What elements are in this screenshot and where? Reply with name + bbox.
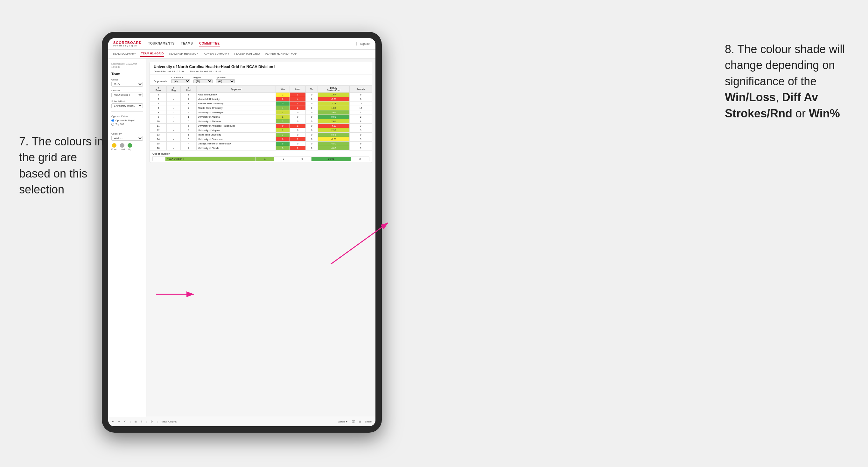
cell-diff: -1.00 (318, 137, 350, 142)
tab-player-h2h-heatmap[interactable]: PLAYER H2H HEATMAP (265, 51, 298, 57)
annotation-bold-winloss: Win/Loss (725, 91, 776, 104)
cell-rank: 9 (150, 115, 167, 119)
opponent-filter: Opponent (All) (216, 76, 235, 83)
toolbar-view: View: Original (161, 420, 177, 423)
h2h-panel: University of North Carolina Head-to-Hea… (150, 62, 372, 163)
table-row: 6 - 2 Florida State University 4 2 0 1.8… (150, 106, 372, 111)
annotation-right: 8. The colour shade will change dependin… (725, 41, 859, 122)
division-select[interactable]: NCAA Division I (111, 93, 143, 97)
cell-diff: 9.00 (318, 115, 350, 119)
cell-conf: 2 (181, 97, 197, 101)
cell-opponent: Florida State University (196, 106, 276, 111)
cell-rank: 2 (150, 93, 167, 97)
cell-rank: 3 (150, 97, 167, 101)
sidebar-divider-2 (111, 129, 143, 129)
cell-rounds: 9 (350, 146, 372, 151)
cell-diff: 4.62 (318, 146, 350, 151)
cell-rounds: 12 (350, 106, 372, 111)
toolbar-paste[interactable]: ⎘ (141, 420, 142, 423)
cell-diff: 2.33 (318, 128, 350, 133)
conference-filter: Conference (All) (171, 76, 190, 83)
region-filter-label: Region (193, 76, 213, 79)
overall-record: Overall Record: 89 - 17 - 0 (154, 70, 184, 73)
legend-down-label: Down (111, 148, 117, 151)
cell-diff: 1.83 (318, 106, 350, 111)
cell-tie: 0 (306, 124, 318, 128)
th-rank: #Rank (150, 86, 167, 93)
table-row: 15 - 4 Georgia Institute of Technology 5… (150, 142, 372, 146)
toolbar-watch[interactable]: Watch ▼ (338, 420, 348, 423)
table-row: 8 - 2 University of Washington 1 0 0 3.6… (150, 111, 372, 115)
opponent-filter-select[interactable]: (All) (216, 79, 235, 83)
region-filter-select[interactable]: (All) (193, 79, 213, 83)
cell-conf: 1 (181, 93, 197, 97)
nav-tournaments[interactable]: TOURNAMENTS (148, 41, 174, 46)
radio-opponents-played[interactable]: Opponents Played (111, 119, 143, 122)
table-row: 16 - 2 University of Florida 3 1 0 4.62 … (150, 146, 372, 151)
nav-teams[interactable]: TEAMS (181, 41, 193, 46)
ood-empty (153, 157, 165, 161)
opponent-filter-label: Opponent (216, 76, 235, 79)
colour-by-select[interactable]: Win/loss (111, 136, 143, 141)
cell-reg: - (167, 101, 181, 106)
ood-rounds: 3 (351, 157, 369, 161)
toolbar-view-label: View: Original (161, 420, 177, 423)
cell-loss: 1 (289, 146, 306, 151)
table-row: 9 - 1 University of Arizona 1 0 0 9.00 2 (150, 115, 372, 119)
bottom-toolbar: ↩ ↪ ↶ | ⊞ ⎘ | ⏱ | View: Original Watch ▼… (108, 417, 375, 426)
table-row: 3 - 2 Vanderbilt University 0 4 0 -2.29 … (150, 97, 372, 101)
h2h-header: University of North Carolina Head-to-Hea… (150, 62, 372, 74)
tab-team-h2h-grid[interactable]: TEAM H2H GRID (140, 51, 164, 57)
school-select[interactable]: 1. University of Nort... (111, 103, 143, 108)
tab-team-summary[interactable]: TEAM SUMMARY (112, 51, 136, 57)
tab-player-h2h-grid[interactable]: PLAYER H2H GRID (234, 51, 260, 57)
cell-tie: 0 (306, 97, 318, 101)
cell-rounds: 2 (350, 115, 372, 119)
cell-win: 4 (276, 106, 289, 111)
sign-out-button[interactable]: Sign out (356, 42, 370, 45)
out-of-division-table: NCAA Division II 1 0 0 26.00 3 (152, 157, 369, 161)
cell-tie: 0 (306, 133, 318, 137)
cell-conf: 2 (181, 106, 197, 111)
tab-team-h2h-heatmap[interactable]: TEAM H2H HEATMAP (168, 51, 198, 57)
cell-reg: - (167, 128, 181, 133)
cell-opponent: University of Florida (196, 146, 276, 151)
radio-top-100[interactable]: Top 100 (111, 123, 143, 126)
th-reg: #Reg (167, 86, 181, 93)
toolbar-share[interactable]: Share (365, 420, 372, 423)
cell-loss: 0 (289, 119, 306, 124)
toolbar-grid[interactable]: ⊞ (359, 420, 361, 423)
cell-reg: - (167, 137, 181, 142)
cell-loss: 0 (289, 111, 306, 115)
cell-diff: 3.67 (318, 111, 350, 115)
cell-win: 3 (276, 146, 289, 151)
toolbar-copy[interactable]: ⊞ (134, 420, 137, 423)
cell-rounds: 3 (350, 111, 372, 115)
ood-tie: 0 (293, 157, 311, 161)
cell-opponent: University of Oklahoma (196, 137, 276, 142)
th-rounds: Rounds (350, 86, 372, 93)
cell-reg: - (167, 146, 181, 151)
legend-up-dot (128, 143, 132, 148)
cell-rank: 4 (150, 101, 167, 106)
nav-committee[interactable]: COMMITTEE (199, 41, 220, 46)
toolbar-timer[interactable]: ⏱ (151, 420, 153, 423)
gender-select[interactable]: Men's (111, 82, 143, 87)
cell-loss: 0 (289, 133, 306, 137)
toolbar-redo[interactable]: ↪ (118, 420, 120, 423)
toolbar-back[interactable]: ↶ (124, 420, 126, 423)
conference-filter-select[interactable]: (All) (171, 79, 190, 83)
tab-player-summary[interactable]: PLAYER SUMMARY (202, 51, 230, 57)
toolbar-undo[interactable]: ↩ (112, 420, 114, 423)
cell-tie: 0 (306, 93, 318, 97)
cell-tie: 0 (306, 106, 318, 111)
cell-opponent: Arizona State University (196, 101, 276, 106)
toolbar-comment[interactable]: 💬 (352, 420, 355, 423)
cell-win: 5 (276, 142, 289, 146)
cell-loss: 0 (289, 115, 306, 119)
sub-navbar: TEAM SUMMARY TEAM H2H GRID TEAM H2H HEAT… (108, 50, 375, 59)
cell-win: 3 (276, 133, 289, 137)
legend-up-label: Up (128, 148, 131, 151)
out-of-division-row: NCAA Division II 1 0 0 26.00 3 (153, 157, 369, 161)
th-conf: #Conf (181, 86, 197, 93)
